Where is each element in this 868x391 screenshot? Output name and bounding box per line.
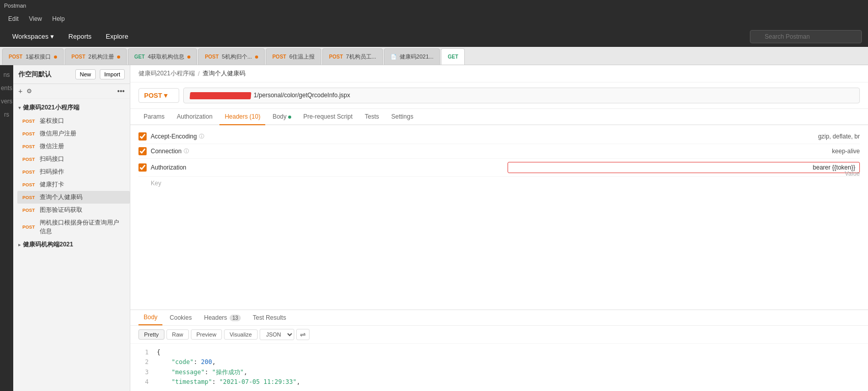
plus-icon[interactable]: + — [18, 87, 22, 95]
tab-label-1: 1鉴权接口 — [25, 53, 51, 61]
headers-table: Accept-Encoding ⓘ gzip, deflate, br Conn… — [130, 125, 868, 310]
tab-method-2: POST — [71, 54, 85, 60]
filter-icon[interactable]: ⚙ — [26, 88, 32, 95]
resp-tab-testresults[interactable]: Test Results — [248, 311, 291, 325]
menu-edit[interactable]: Edit — [4, 13, 23, 24]
header-value-1: gzip, deflate, br — [508, 133, 860, 140]
tab-7[interactable]: 📄 健康码2021... — [384, 48, 440, 65]
tab-1[interactable]: POST 1鉴权接口 — [2, 48, 64, 65]
sidebar-item-7[interactable]: POST 查询个人健康码 — [17, 191, 130, 204]
collection-1-header[interactable]: ▾ 健康码2021小程序端 — [13, 101, 130, 115]
method-badge-6: POST — [22, 182, 37, 187]
tab-label-2: 2机构注册 — [89, 53, 114, 61]
item-label-9: 闸机接口根据身份证查询用户信息 — [40, 218, 125, 236]
tab-label-7: 健康码2021... — [400, 53, 434, 61]
item-label-5: 扫码操作 — [40, 167, 64, 176]
method-badge-1: POST — [22, 119, 37, 124]
url-bar[interactable]: 1/personal/color/getQrcodeInfo.jspx — [183, 88, 860, 103]
tab-method-4: POST — [205, 54, 218, 60]
sidebar-item-2[interactable]: POST 微信用户注册 — [17, 127, 130, 140]
method-label: POST — [144, 92, 162, 99]
tab-method-3: GET — [134, 54, 145, 60]
sidebar-item-8[interactable]: POST 图形验证码获取 — [17, 204, 130, 216]
tab-headers[interactable]: Headers (10) — [219, 109, 265, 125]
collection-2-name: 健康码机构端2021 — [23, 240, 73, 249]
header-checkbox-2[interactable] — [138, 147, 147, 155]
header-value-2: keep-alive — [508, 148, 860, 155]
tab-prerequest[interactable]: Pre-request Script — [298, 109, 358, 125]
info-icon-2[interactable]: ⓘ — [184, 148, 189, 155]
strip-icon-4[interactable]: rs — [2, 109, 11, 120]
tab-authorization[interactable]: Authorization — [172, 109, 217, 125]
header-row-3: Authorization bearer {{token}} 替换为动态获取的t… — [138, 159, 860, 177]
method-badge-5: POST — [22, 170, 37, 175]
breadcrumb: 健康码2021小程序端 / 查询个人健康码 — [130, 65, 868, 82]
sidebar-item-5[interactable]: POST 扫码操作 — [17, 165, 130, 178]
new-button[interactable]: New — [75, 69, 96, 79]
breadcrumb-current: 查询个人健康码 — [203, 69, 245, 78]
url-suffix: 1/personal/color/getQrcodeInfo.jspx — [254, 92, 350, 99]
sidebar-item-6[interactable]: POST 健康打卡 — [17, 178, 130, 191]
header-value-auth: bearer {{token}} — [508, 162, 860, 173]
chevron-down-icon: ▾ — [18, 105, 21, 110]
tab-5[interactable]: POST 6住温上报 — [266, 48, 321, 65]
code-line-1: 1 { — [138, 348, 860, 357]
method-badge-9: POST — [22, 225, 37, 230]
menu-help[interactable]: Help — [48, 13, 69, 24]
tab-settings[interactable]: Settings — [386, 109, 418, 125]
wrap-button[interactable]: ⇌ — [296, 329, 310, 340]
search-input[interactable] — [750, 30, 862, 43]
format-raw[interactable]: Raw — [166, 329, 189, 340]
tab-body[interactable]: Body — [267, 109, 296, 125]
sidebar-item-3[interactable]: POST 微信注册 — [17, 140, 130, 153]
format-pretty[interactable]: Pretty — [138, 329, 164, 340]
strip-icon-2[interactable]: ents — [0, 82, 14, 94]
method-badge-3: POST — [22, 144, 37, 149]
tab-params[interactable]: Params — [138, 109, 170, 125]
tab-label-4: 5机构归个... — [222, 53, 252, 61]
chevron-right-icon: ▸ — [18, 242, 21, 247]
tab-label-6: 7机构员工... — [346, 53, 376, 61]
menu-view[interactable]: View — [25, 13, 46, 24]
tab-label-3: 4获取机构信息 — [148, 53, 184, 61]
tab-6[interactable]: POST 7机构员工... — [322, 48, 383, 65]
header-key-3: Authorization — [151, 164, 503, 171]
collection-2-header[interactable]: ▸ 健康码机构端2021 — [13, 238, 130, 252]
tab-dot-1 — [54, 55, 57, 59]
tab-3[interactable]: GET 4获取机构信息 — [128, 48, 198, 65]
sidebar: 作空间默认 New Import + ⚙ ••• ▾ 健康码2021小程序端 P… — [13, 65, 130, 391]
tab-8[interactable]: GET — [441, 48, 465, 65]
resp-tab-headers[interactable]: Headers 13 — [199, 311, 246, 325]
tab-4[interactable]: POST 5机构归个... — [198, 48, 265, 65]
info-icon-1[interactable]: ⓘ — [199, 133, 204, 140]
breadcrumb-separator: / — [198, 70, 200, 77]
format-preview[interactable]: Preview — [191, 329, 222, 340]
sidebar-item-9[interactable]: POST 闸机接口根据身份证查询用户信息 — [17, 216, 130, 238]
workspaces-button[interactable]: Workspaces ▾ — [6, 30, 60, 43]
tab-2[interactable]: POST 2机构注册 — [65, 48, 126, 65]
tabs-bar: POST 1鉴权接口 POST 2机构注册 GET 4获取机构信息 POST 5… — [0, 47, 868, 65]
sidebar-item-1[interactable]: POST 鉴权接口 — [17, 115, 130, 127]
strip-icon-1[interactable]: ns — [2, 69, 12, 80]
workspaces-label: Workspaces — [12, 33, 48, 40]
reports-button[interactable]: Reports — [62, 30, 98, 43]
header-checkbox-1[interactable] — [138, 132, 147, 141]
tab-label-5: 6住温上报 — [289, 53, 315, 61]
method-select[interactable]: POST ▾ — [138, 88, 179, 103]
import-button[interactable]: Import — [100, 69, 125, 79]
code-line-2: 2 "code" : 200 , — [138, 357, 860, 367]
item-label-1: 鉴权接口 — [40, 117, 64, 125]
more-icon[interactable]: ••• — [117, 87, 125, 95]
format-visualize[interactable]: Visualize — [224, 329, 258, 340]
sidebar-item-4[interactable]: POST 扫码接口 — [17, 153, 130, 165]
tab-tests[interactable]: Tests — [360, 109, 384, 125]
header-checkbox-3[interactable] — [138, 163, 147, 172]
item-label-7: 查询个人健康码 — [40, 193, 82, 202]
json-format-select[interactable]: JSON XML Text — [260, 329, 294, 340]
resp-tab-cookies[interactable]: Cookies — [164, 311, 197, 325]
strip-icon-3[interactable]: vers — [0, 96, 14, 107]
code-line-3: 3 "message" : "操作成功" , — [138, 368, 860, 377]
explore-button[interactable]: Explore — [100, 30, 134, 43]
resp-tab-body[interactable]: Body — [138, 310, 162, 325]
tab-dot-3 — [187, 55, 190, 59]
